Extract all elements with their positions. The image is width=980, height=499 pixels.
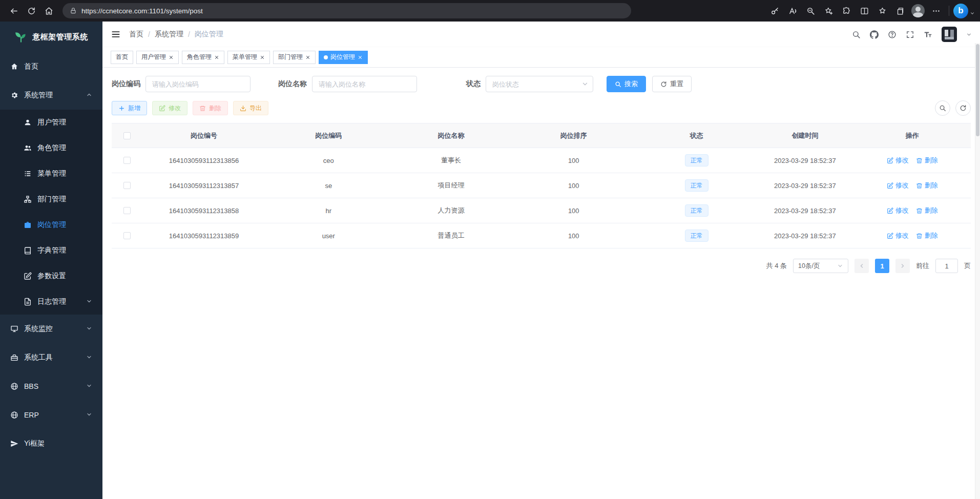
cell-post-id: 1641030593112313856 <box>142 157 265 164</box>
fullscreen-icon[interactable] <box>906 30 914 39</box>
back-icon[interactable] <box>5 3 23 19</box>
paper-plane-icon <box>10 440 18 448</box>
cell-post-code: hr <box>265 207 392 215</box>
navbar-actions <box>852 27 972 42</box>
browser-menu-icon[interactable] <box>927 3 945 19</box>
search-icon[interactable] <box>852 30 861 39</box>
close-icon[interactable] <box>169 55 174 60</box>
cell-post-code: ceo <box>265 157 392 164</box>
row-delete-link[interactable]: 删除 <box>916 206 938 215</box>
row-delete-link[interactable]: 删除 <box>916 231 938 240</box>
refresh-icon[interactable] <box>23 3 40 19</box>
row-checkbox[interactable] <box>123 182 131 189</box>
refresh-table-button[interactable] <box>955 100 971 116</box>
address-bar[interactable]: https://ccnetcore.com:1101/system/post <box>62 3 631 18</box>
user-avatar[interactable] <box>942 27 957 42</box>
font-size-icon[interactable] <box>924 30 932 39</box>
extensions-icon[interactable] <box>838 3 855 19</box>
show-search-toggle-button[interactable] <box>935 100 950 116</box>
scrollbar-thumb[interactable] <box>976 44 979 136</box>
tab-role-management[interactable]: 角色管理 <box>182 51 224 64</box>
password-key-icon[interactable] <box>766 3 783 19</box>
tab-post-management[interactable]: 岗位管理 <box>319 51 368 64</box>
row-edit-link[interactable]: 修改 <box>887 156 909 165</box>
close-icon[interactable] <box>214 55 219 60</box>
bing-copilot-icon[interactable]: b <box>953 4 968 18</box>
row-checkbox[interactable] <box>123 232 131 239</box>
help-icon[interactable] <box>888 30 896 39</box>
cell-post-name: 普通员工 <box>392 231 511 240</box>
zoom-out-icon[interactable] <box>802 3 819 19</box>
sidebar-item-system-management[interactable]: 系统管理 <box>0 81 102 110</box>
cell-post-id: 1641030593112313859 <box>142 232 265 240</box>
sidebar-item-bbs[interactable]: BBS <box>0 372 102 401</box>
row-delete-link[interactable]: 删除 <box>916 181 938 190</box>
sidebar-item-user-management[interactable]: 用户管理 <box>0 110 102 135</box>
prev-page-button[interactable] <box>854 259 869 273</box>
favorites-bar-icon[interactable] <box>873 3 891 19</box>
page-scrollbar[interactable] <box>975 43 980 499</box>
cell-post-id: 1641030593112313857 <box>142 182 265 190</box>
briefcase-icon <box>24 221 32 229</box>
tags-view-bar: 首页 用户管理 角色管理 菜单管理 部门管理 <box>102 47 980 68</box>
sidebar-item-param-settings[interactable]: 参数设置 <box>0 263 102 289</box>
close-icon[interactable] <box>260 55 265 60</box>
close-icon[interactable] <box>305 55 310 60</box>
goto-page-input[interactable] <box>935 259 958 273</box>
row-checkbox[interactable] <box>123 207 131 214</box>
sidebar-item-home[interactable]: 首页 <box>0 52 102 81</box>
app-logo[interactable]: 意框架管理系统 <box>0 22 102 52</box>
sidebar-item-dept-management[interactable]: 部门管理 <box>0 186 102 212</box>
tab-home[interactable]: 首页 <box>111 51 133 64</box>
post-code-input[interactable] <box>145 76 251 92</box>
sidebar-item-yi-framework[interactable]: Yi框架 <box>0 429 102 458</box>
sidebar-toggle-icon[interactable] <box>111 29 121 39</box>
goto-suffix-label: 页 <box>964 261 971 271</box>
sidebar-item-menu-management[interactable]: 菜单管理 <box>0 161 102 186</box>
trash-icon <box>199 105 206 112</box>
sidebar-item-system-monitor[interactable]: 系统监控 <box>0 315 102 343</box>
row-edit-link[interactable]: 修改 <box>887 206 909 215</box>
export-button[interactable]: 导出 <box>233 101 268 115</box>
status-select-input[interactable] <box>486 76 593 92</box>
breadcrumb-home[interactable]: 首页 <box>129 30 143 39</box>
row-edit-link[interactable]: 修改 <box>887 231 909 240</box>
row-checkbox[interactable] <box>123 157 131 164</box>
edit-button[interactable]: 修改 <box>152 101 187 115</box>
collections-icon[interactable] <box>891 3 909 19</box>
select-all-checkbox[interactable] <box>123 132 131 139</box>
add-button[interactable]: 新增 <box>112 101 147 115</box>
sidebar-item-post-management[interactable]: 岗位管理 <box>0 212 102 238</box>
tab-dept-management[interactable]: 部门管理 <box>273 51 316 64</box>
read-aloud-icon[interactable] <box>784 3 801 19</box>
breadcrumb-system[interactable]: 系统管理 <box>155 30 183 39</box>
post-name-input[interactable] <box>312 76 417 92</box>
row-delete-link[interactable]: 删除 <box>916 156 938 165</box>
delete-button[interactable]: 删除 <box>193 101 228 115</box>
page-size-select[interactable]: 10条/页 <box>793 259 848 273</box>
sidebar-item-erp[interactable]: ERP <box>0 401 102 429</box>
split-screen-icon[interactable] <box>856 3 873 19</box>
sidebar-item-log-management[interactable]: 日志管理 <box>0 289 102 315</box>
profile-avatar[interactable] <box>909 3 927 19</box>
home-icon[interactable] <box>40 3 57 19</box>
sidebar-item-dict-management[interactable]: 字典管理 <box>0 238 102 263</box>
tab-menu-management[interactable]: 菜单管理 <box>227 51 270 64</box>
sidebar-item-role-management[interactable]: 角色管理 <box>0 135 102 161</box>
row-edit-link[interactable]: 修改 <box>887 181 909 190</box>
reset-button[interactable]: 重置 <box>652 76 692 92</box>
search-button[interactable]: 搜索 <box>607 76 646 92</box>
copilot-dropdown-icon[interactable] <box>970 9 975 19</box>
add-favorite-icon[interactable] <box>820 3 837 19</box>
page-number-button[interactable]: 1 <box>875 259 889 273</box>
github-icon[interactable] <box>870 30 879 39</box>
user-menu-caret-icon[interactable] <box>966 32 972 37</box>
close-icon[interactable] <box>358 55 363 60</box>
goto-label: 前往 <box>916 261 929 271</box>
sidebar-item-system-tools[interactable]: 系统工具 <box>0 343 102 372</box>
cell-created: 2023-03-29 18:52:37 <box>757 232 854 240</box>
next-page-button[interactable] <box>895 259 910 273</box>
tab-user-management[interactable]: 用户管理 <box>136 51 179 64</box>
post-table: 岗位编号 岗位编码 岗位名称 岗位排序 状态 创建时间 操作 164103059… <box>112 123 971 248</box>
status-select[interactable] <box>486 76 593 92</box>
